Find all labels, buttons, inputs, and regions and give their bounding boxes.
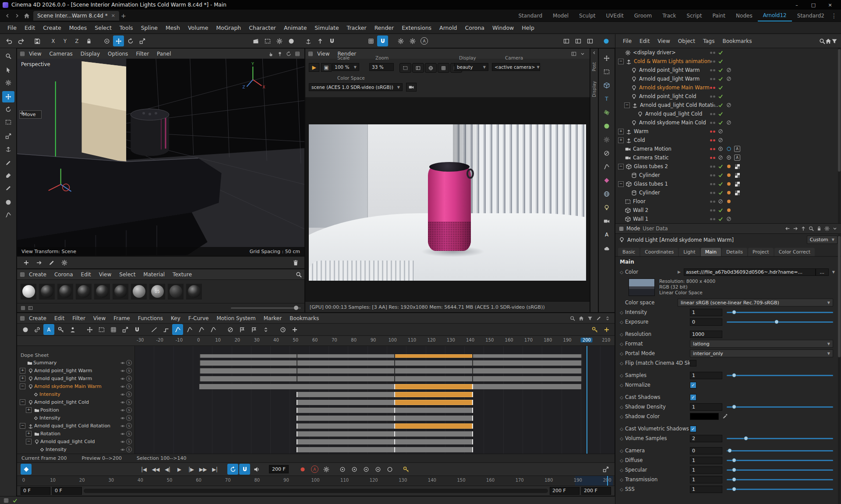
keyframe-tick[interactable]	[394, 408, 395, 413]
keyframe-tick[interactable]	[297, 354, 297, 358]
keyframe-tick[interactable]	[199, 368, 200, 374]
shelf-settings-button[interactable]	[59, 257, 70, 268]
disabled-icon[interactable]	[718, 129, 723, 134]
scale-keys-button[interactable]	[120, 324, 131, 335]
track-solo-icon[interactable]: S	[126, 447, 132, 452]
preset-dropdown[interactable]: Custom▼	[807, 236, 837, 244]
keyframe-tick[interactable]	[394, 368, 395, 374]
normalize-checkbox[interactable]: ✓	[690, 382, 696, 388]
enabled-check-icon[interactable]	[718, 164, 723, 169]
viewport-zoom-button[interactable]	[2, 50, 14, 62]
previous-frame-button[interactable]: ◀|	[162, 464, 173, 475]
transmission-field[interactable]: 1	[690, 476, 722, 483]
visibility-dots[interactable]	[710, 69, 715, 71]
object-row-wall-2[interactable]: Wall 2	[615, 206, 841, 215]
object-row-arnold-point-light-cold[interactable]: Arnold point_light Cold	[615, 92, 841, 101]
rect-select-keys-button[interactable]	[96, 324, 107, 335]
key-row-arnold-skydome-main-warm[interactable]	[135, 383, 615, 391]
object-row-glass-tubes-2[interactable]: −Glass tubes 2	[615, 162, 841, 171]
keyframe-tick[interactable]	[581, 354, 582, 358]
expander-icon[interactable]: −	[618, 164, 624, 169]
flip-match-cinema-4d-sky-checkbox[interactable]	[690, 360, 696, 367]
redo-button[interactable]	[15, 35, 26, 46]
visibility-dots[interactable]	[710, 60, 715, 63]
timeline-menu-f-curve[interactable]: F-Curve	[184, 315, 213, 321]
key-row-arnold-quad-light-cold-rotation[interactable]	[135, 422, 615, 430]
main-menu-volume[interactable]: Volume	[184, 25, 212, 31]
disabled-icon[interactable]	[718, 155, 723, 160]
object-label[interactable]: Cold	[634, 137, 645, 143]
dope-row-arnold-quad-light-cold-rotation[interactable]: −Arnold quad_light Cold RotationS	[17, 422, 134, 430]
render-settings-button[interactable]	[274, 35, 285, 46]
main-menu-window[interactable]: Window	[488, 25, 518, 31]
keyframe-tick[interactable]	[297, 447, 297, 452]
keyframe-tick[interactable]	[394, 431, 395, 437]
track-solo-icon[interactable]: S	[126, 391, 132, 397]
camera-slider[interactable]	[727, 450, 833, 451]
anim-toggle-icon[interactable]: ◇	[618, 395, 625, 400]
mm-search-icon[interactable]	[296, 271, 302, 278]
object-label[interactable]: Arnold skydome Main Warm	[639, 85, 710, 91]
track-solo-icon[interactable]: S	[126, 415, 132, 421]
disabled-icon[interactable]	[726, 102, 731, 108]
disabled-icon[interactable]	[726, 216, 731, 222]
anim-toggle-icon[interactable]: ◇	[618, 468, 625, 472]
enabled-check-icon[interactable]	[718, 59, 723, 64]
sss-field[interactable]: 1	[690, 486, 722, 493]
goto-end-button[interactable]: ▶|	[209, 464, 220, 475]
keyframe-tick[interactable]	[472, 376, 473, 381]
lock-x-axis-button[interactable]: X	[48, 35, 59, 46]
knife-tool-button[interactable]	[2, 183, 14, 194]
disabled-icon[interactable]	[726, 120, 731, 125]
camera-icon-button[interactable]	[406, 83, 417, 92]
expander-icon[interactable]: −	[624, 102, 630, 108]
keyframe-tick[interactable]	[394, 416, 395, 421]
format-dropdown[interactable]: latlong▼	[690, 340, 833, 348]
visibility-dots[interactable]	[710, 104, 715, 106]
volume-samples-field[interactable]: 2	[690, 435, 722, 442]
swatch-size-slider[interactable]	[231, 307, 301, 309]
home-icon[interactable]	[22, 11, 32, 20]
attribute-tab-project[interactable]: Project	[748, 248, 774, 256]
modes-a-button[interactable]	[395, 35, 406, 46]
rv-region-button[interactable]	[399, 63, 411, 73]
object-row-arnold-quad-light-cold[interactable]: Arnold quad_light Cold	[615, 109, 841, 118]
keyframe-tick[interactable]	[297, 400, 297, 405]
snapshot-button[interactable]: ▣	[321, 63, 332, 72]
alignment-tag-icon[interactable]: A	[734, 155, 740, 161]
palette-plane-button[interactable]	[601, 66, 613, 78]
material-swatch-9[interactable]	[168, 284, 184, 300]
layout-tab-uvedit[interactable]: UVEdit	[601, 10, 629, 21]
camera-dropdown[interactable]: <active camera>▼	[492, 63, 540, 71]
mm-view-list-icon[interactable]	[28, 306, 33, 310]
keyframe-tick[interactable]	[394, 439, 395, 444]
samples-slider[interactable]	[727, 375, 833, 376]
link-manager-button[interactable]	[32, 324, 42, 335]
visibility-dots[interactable]	[710, 201, 715, 203]
track-solo-icon[interactable]: S	[126, 360, 132, 366]
material-swatch-7[interactable]	[131, 284, 147, 300]
rotate-tool-side-button[interactable]	[2, 104, 14, 115]
preview-end-field[interactable]: 200 F	[550, 487, 580, 495]
layout-tab-standard[interactable]: Standard	[513, 10, 548, 21]
dope-row-intensity[interactable]: IntensityS	[17, 414, 134, 422]
track-visibility-icon[interactable]	[120, 447, 125, 452]
palette-null-button[interactable]	[601, 148, 613, 159]
key-row-arnold-point-light-cold[interactable]	[135, 398, 615, 406]
scale-dropdown[interactable]: 100 %▼	[332, 63, 359, 71]
object-label[interactable]: Cylinder	[639, 172, 660, 178]
main-menu-corona[interactable]: Corona	[461, 25, 488, 31]
play-button[interactable]: ▶	[174, 464, 185, 475]
fit-keys-button[interactable]	[260, 324, 271, 335]
key-row-arnold-quad-light-cold[interactable]	[135, 438, 615, 446]
main-menu-help[interactable]: Help	[518, 25, 538, 31]
main-menu-extensions[interactable]: Extensions	[398, 25, 435, 31]
timeline-menu-edit[interactable]: Edit	[50, 315, 68, 321]
phong-tag-icon[interactable]	[727, 182, 731, 186]
move-tool-button[interactable]	[113, 35, 124, 46]
timeline-menu-marker[interactable]: Marker	[260, 315, 286, 321]
rotate-tool-button[interactable]	[125, 35, 136, 46]
keyframe-tick[interactable]	[472, 392, 473, 397]
tl-search-icon[interactable]	[568, 314, 577, 322]
timeline-menu-motion-system[interactable]: Motion System	[212, 315, 259, 321]
